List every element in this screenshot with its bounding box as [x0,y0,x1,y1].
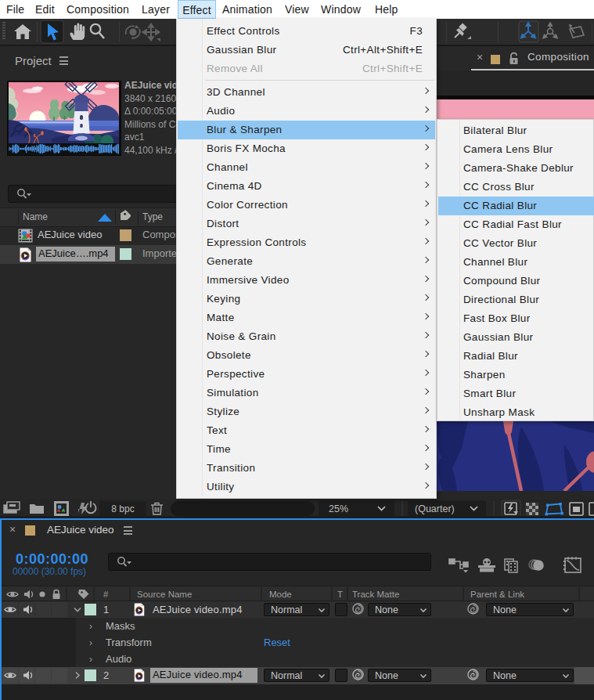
svg-text:Track Matte: Track Matte [352,590,399,599]
svg-text:T: T [337,590,343,599]
svg-text:Source Name: Source Name [137,590,192,599]
svg-text:25%: 25% [329,503,348,514]
svg-text:Parent & Link: Parent & Link [470,590,524,599]
svg-text:8 bpc: 8 bpc [111,503,134,514]
svg-text:Mode: Mode [269,590,292,599]
svg-text:#: # [103,590,109,599]
svg-text:(Quarter): (Quarter) [415,503,455,514]
